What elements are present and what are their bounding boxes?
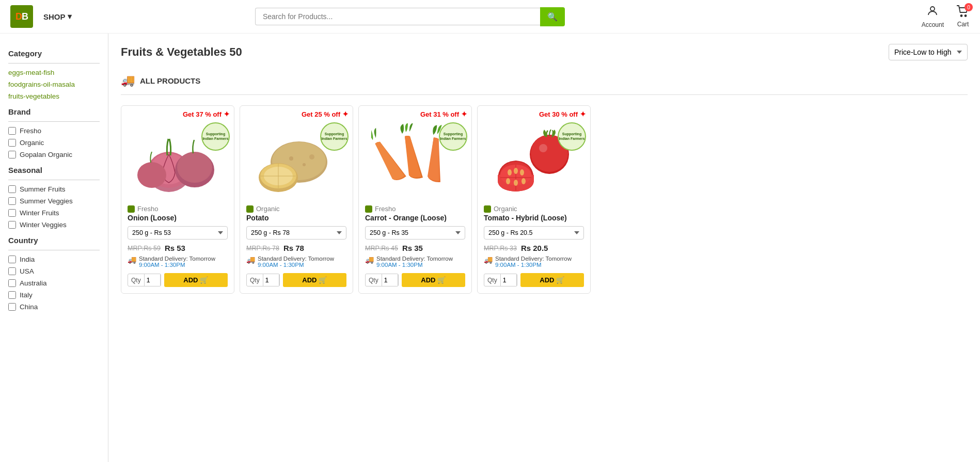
add-button-carrot[interactable]: ADD 🛒 — [402, 273, 465, 287]
seasonal-summer-fruits-checkbox[interactable] — [8, 185, 16, 193]
cart-area[interactable]: 0 Cart — [956, 5, 970, 28]
delivery-time-carrot: 9:00AM - 1:30PM — [376, 262, 453, 268]
svg-point-13 — [309, 154, 314, 160]
product-info-carrot: Fresho Carrot - Orange (Loose) 250 g - R… — [359, 201, 471, 293]
sort-select[interactable]: Price-Low to High Price-High to Low Newe… — [889, 44, 968, 60]
farmer-badge-onion: Supporting Indian Farmers — [201, 122, 230, 151]
brand-gopalan-label: Gopalan Organic — [20, 151, 72, 158]
svg-point-12 — [303, 163, 306, 166]
delivery-row-tomato: 🚚 Standard Delivery: Tomorrow 9:00AM - 1… — [484, 256, 584, 268]
product-image-area-carrot: Supporting Indian Farmers — [359, 118, 471, 201]
cart-label: Cart — [957, 21, 969, 28]
country-china[interactable]: China — [8, 303, 100, 311]
discount-banner-onion: Get 37 % off ✦ — [121, 106, 234, 118]
account-label: Account — [922, 21, 944, 28]
farmer-badge-potato: Supporting Indian Farmers — [320, 122, 349, 151]
sidebar: Category eggs-meat-fish foodgrains-oil-m… — [0, 34, 108, 462]
price-carrot: Rs 35 — [402, 244, 423, 252]
svg-point-26 — [506, 178, 510, 184]
seasonal-winter-fruits-checkbox[interactable] — [8, 209, 16, 217]
account-area[interactable]: Account — [922, 5, 944, 28]
country-usa-checkbox[interactable] — [8, 267, 16, 275]
seasonal-winter-veggies-checkbox[interactable] — [8, 221, 16, 229]
brand-fresho-checkbox[interactable] — [8, 127, 16, 135]
sidebar-item-eggs[interactable]: eggs-meat-fish — [8, 69, 100, 76]
brand-name-potato: Organic — [256, 205, 280, 213]
svg-point-2 — [965, 15, 967, 17]
brand-indicator-onion: Fresho — [128, 205, 228, 213]
country-china-checkbox[interactable] — [8, 303, 16, 311]
seasonal-winter-veggies[interactable]: Winter Veggies — [8, 221, 100, 229]
brand-name-tomato: Organic — [494, 205, 517, 213]
brand-organic[interactable]: Organic — [8, 139, 100, 147]
qty-input-onion[interactable] — [144, 274, 161, 286]
shop-menu[interactable]: SHOP ▾ — [43, 12, 72, 21]
add-row-tomato: Qty ADD 🛒 — [484, 273, 584, 287]
country-australia[interactable]: Australia — [8, 279, 100, 287]
product-card-carrot: Get 31 % off ✦ — [358, 105, 472, 294]
green-dot-tomato — [484, 205, 491, 213]
svg-point-11 — [289, 156, 293, 161]
country-india-checkbox[interactable] — [8, 256, 16, 263]
product-image-area-potato: Supporting Indian Farmers — [240, 118, 353, 201]
weight-select-carrot[interactable]: 250 g - Rs 35 — [365, 226, 465, 240]
discount-star-potato: ✦ — [342, 110, 349, 118]
brand-fresho-label: Fresho — [20, 127, 41, 135]
product-card-tomato: Get 30 % off ✦ — [477, 105, 591, 294]
country-australia-checkbox[interactable] — [8, 279, 16, 287]
qty-input-carrot[interactable] — [382, 274, 398, 286]
delivery-truck-icon-tomato: 🚚 — [484, 256, 493, 264]
svg-point-21 — [539, 144, 547, 152]
search-input[interactable] — [255, 8, 540, 25]
seasonal-summer-veggies-label: Summer Veggies — [20, 197, 73, 205]
sidebar-item-foodgrains[interactable]: foodgrains-oil-masala — [8, 81, 100, 88]
country-italy[interactable]: Italy — [8, 291, 100, 299]
cart-wrapper: 0 — [956, 5, 970, 21]
svg-point-0 — [930, 7, 935, 11]
svg-point-8 — [137, 162, 166, 188]
farmer-badge-carrot: Supporting Indian Farmers — [439, 122, 467, 151]
delivery-line1-onion: Standard Delivery: Tomorrow — [139, 256, 215, 262]
seasonal-summer-veggies-checkbox[interactable] — [8, 197, 16, 205]
country-india[interactable]: India — [8, 256, 100, 263]
seasonal-title: Seasonal — [8, 166, 100, 174]
brand-fresho[interactable]: Fresho — [8, 127, 100, 135]
mrp-tomato: MRP:Rs 33 — [484, 245, 517, 252]
logo[interactable]: DB — [10, 5, 33, 28]
search-button[interactable]: 🔍 — [540, 7, 565, 26]
green-dot-onion — [128, 205, 135, 213]
weight-select-potato[interactable]: 250 g - Rs 78 — [246, 226, 346, 240]
delivery-line1-potato: Standard Delivery: Tomorrow — [258, 256, 334, 262]
product-name-onion: Onion (Loose) — [128, 214, 228, 222]
discount-banner-carrot: Get 31 % off ✦ — [359, 106, 471, 118]
price-tomato: Rs 20.5 — [521, 244, 548, 252]
brand-gopalan-checkbox[interactable] — [8, 151, 16, 158]
delivery-line1-tomato: Standard Delivery: Tomorrow — [495, 256, 572, 262]
discount-star-carrot: ✦ — [461, 110, 467, 118]
add-button-potato[interactable]: ADD 🛒 — [283, 273, 346, 287]
sidebar-item-fruits[interactable]: fruits-vegetables — [8, 92, 100, 100]
seasonal-winter-fruits[interactable]: Winter Fruits — [8, 209, 100, 217]
account-icon — [926, 5, 939, 20]
discount-text-potato: Get 25 % off — [302, 110, 340, 118]
weight-select-tomato[interactable]: 250 g - Rs 20.5 — [484, 226, 584, 240]
delivery-line1-carrot: Standard Delivery: Tomorrow — [376, 256, 453, 262]
country-usa[interactable]: USA — [8, 267, 100, 275]
weight-select-onion[interactable]: 250 g - Rs 53 — [128, 226, 228, 240]
brand-organic-checkbox[interactable] — [8, 139, 16, 147]
brand-gopalan[interactable]: Gopalan Organic — [8, 151, 100, 158]
country-italy-checkbox[interactable] — [8, 291, 16, 299]
add-button-tomato[interactable]: ADD 🛒 — [520, 273, 584, 287]
delivery-truck-icon-carrot: 🚚 — [365, 256, 374, 264]
delivery-row-potato: 🚚 Standard Delivery: Tomorrow 9:00AM - 1… — [246, 256, 346, 268]
qty-label-potato: Qty — [247, 275, 263, 286]
qty-input-tomato[interactable] — [500, 274, 517, 286]
cart-add-icon-carrot: 🛒 — [437, 276, 446, 284]
country-title: Country — [8, 236, 100, 245]
seasonal-summer-veggies[interactable]: Summer Veggies — [8, 197, 100, 205]
delivery-row-onion: 🚚 Standard Delivery: Tomorrow 9:00AM - 1… — [128, 256, 228, 268]
seasonal-summer-fruits[interactable]: Summer Fruits — [8, 185, 100, 193]
qty-input-potato[interactable] — [263, 274, 279, 286]
product-card-onion: Get 37 % off ✦ — [121, 105, 234, 294]
add-button-onion[interactable]: ADD 🛒 — [164, 273, 228, 287]
